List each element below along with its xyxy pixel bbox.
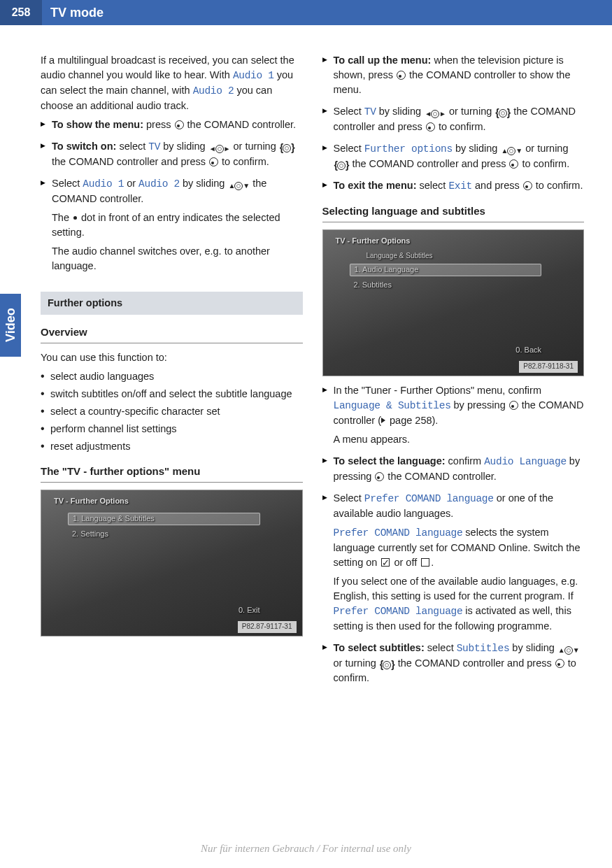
press-icon <box>209 157 218 166</box>
heading-overview: Overview <box>41 325 303 343</box>
screenshot-row: 1. Audio Language <box>350 264 542 276</box>
content: If a multilingual broadcast is received,… <box>0 25 612 706</box>
page-number: 258 <box>0 0 42 25</box>
intro-paragraph: If a multilingual broadcast is received,… <box>41 53 303 113</box>
press-icon <box>555 659 564 668</box>
header-bar: 258 TV mode <box>0 0 612 25</box>
press-icon <box>375 472 384 481</box>
step-confirm-lang-sub: In the "Tuner - Further Options" menu, c… <box>322 383 585 447</box>
page-ref-icon <box>381 418 385 423</box>
screenshot-title: TV - Further Options <box>54 496 129 507</box>
list-item: reset adjustments <box>41 439 303 454</box>
checkbox-off-icon <box>421 558 429 567</box>
slide-ud-icon: ▲▼ <box>228 181 249 192</box>
step-select-subtitles: To select subtitles: select Subtitles by… <box>322 641 585 685</box>
turn-icon: {} <box>380 661 394 669</box>
overview-intro: You can use this function to: <box>41 350 303 365</box>
press-icon <box>175 120 184 129</box>
turn-icon: {} <box>334 162 349 170</box>
slide-ud-icon: ▲▼ <box>558 646 579 656</box>
step-select-further: Select Further options by sliding ▲▼ or … <box>322 141 585 171</box>
checkbox-on-icon <box>381 558 390 567</box>
screenshot-foot: 0. Exit <box>239 605 260 616</box>
screenshot-code: P82.87-9118-31 <box>519 361 578 373</box>
step-show-menu: To show the menu: press the COMAND contr… <box>41 118 303 132</box>
list-item: select audio languages <box>41 369 303 384</box>
step-note: The audio channel switches over, e.g. to… <box>52 244 303 273</box>
heading-tv-further-menu: The "TV - further options" menu <box>41 464 303 483</box>
heading-lang-subtitles: Selecting language and subtitles <box>322 204 585 222</box>
screenshot-row: 2. Subtitles <box>350 279 542 292</box>
section-further-options: Further options <box>41 292 303 315</box>
screenshot-sub: Language & Subtitles <box>362 250 542 262</box>
step-note: The dot in front of an entry indicates t… <box>52 211 303 240</box>
press-icon <box>426 122 435 131</box>
turn-icon: {} <box>495 109 510 118</box>
overview-bullets: select audio languages switch subtitles … <box>41 369 303 454</box>
footer-watermark: Nur für internen Gebrauch / For internal… <box>0 841 612 857</box>
step-switch-on: To switch on: select TV by sliding ◄► or… <box>41 139 303 169</box>
right-column: To call up the menu: when the television… <box>322 53 585 692</box>
slide-ud-icon: ▲▼ <box>501 146 522 157</box>
step-call-menu: To call up the menu: when the television… <box>322 53 585 97</box>
press-icon <box>509 401 518 410</box>
screenshot-row: 1. Language & Subtitles <box>68 513 260 525</box>
screenshot-code: P82.87-9117-31 <box>238 621 297 633</box>
step-note: If you select one of the available audio… <box>334 574 585 634</box>
slide-lr-icon: ◄► <box>425 109 446 120</box>
step-select-audio: Select Audio 1 or Audio 2 by sliding ▲▼ … <box>41 176 303 273</box>
display-audio2: Audio 2 <box>193 85 234 97</box>
page-title: TV mode <box>42 3 104 22</box>
display-audio1: Audio 1 <box>233 70 274 81</box>
turn-icon: {} <box>280 144 294 152</box>
press-icon <box>397 71 406 80</box>
step-exit-menu: To exit the menu: select Exit and press … <box>322 178 585 194</box>
press-icon <box>523 181 532 190</box>
slide-lr-icon: ◄► <box>209 144 230 155</box>
left-column: If a multilingual broadcast is received,… <box>41 53 303 692</box>
step-select-language: To select the language: confirm Audio La… <box>322 454 585 484</box>
screenshot-foot: 0. Back <box>515 345 541 356</box>
screenshot-further-options: TV - Further Options 1. Language & Subti… <box>41 490 303 636</box>
step-select-tv: Select TV by sliding ◄► or turning {} th… <box>322 104 585 134</box>
list-item: switch subtitles on/off and select the s… <box>41 387 303 401</box>
screenshot-lang-subtitles: TV - Further Options Language & Subtitle… <box>322 229 585 376</box>
side-tab-video: Video <box>0 294 21 357</box>
screenshot-row: 2. Settings <box>68 528 260 541</box>
list-item: perform channel list settings <box>41 422 303 436</box>
list-item: select a country-specific character set <box>41 404 303 419</box>
step-note: A menu appears. <box>334 432 585 447</box>
screenshot-title: TV - Further Options <box>336 236 411 247</box>
dot-icon <box>73 216 77 220</box>
step-prefer-comand: Select Prefer COMAND language or one of … <box>322 491 585 634</box>
press-icon <box>509 159 518 169</box>
